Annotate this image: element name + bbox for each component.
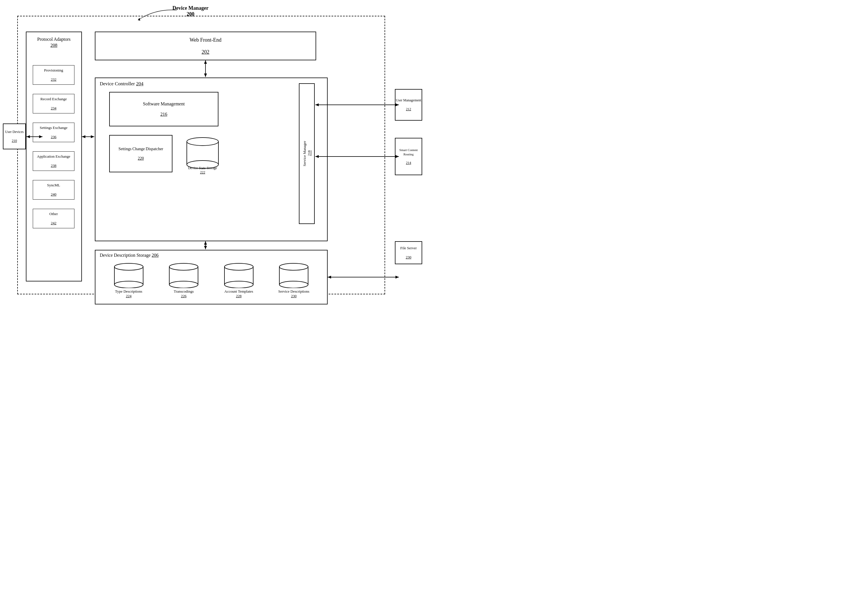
svg-point-2 [187, 138, 219, 145]
other-box: Other 242 [33, 209, 74, 228]
file-server-box: File Server 230 [395, 241, 422, 264]
device-controller-title: Device Controller 204 [96, 78, 327, 89]
service-manager-box: Service Manager 218 [299, 83, 315, 224]
account-templates-svg [223, 262, 255, 288]
service-desc-svg [278, 262, 310, 288]
device-state-cylinder-svg [185, 136, 220, 169]
user-management-box: User Management 212 [395, 89, 422, 121]
svg-point-14 [279, 263, 308, 270]
svg-point-15 [279, 281, 308, 288]
protocol-adaptors-title: Protocol Adaptors 208 [26, 32, 81, 50]
transcodings-svg [168, 262, 199, 288]
service-descriptions-cylinder: Service Descriptions 230 [273, 262, 314, 298]
type-desc-label: Type Descriptions 224 [115, 289, 142, 298]
protocol-adaptors-box: Protocol Adaptors 208 Provisioning 232 R… [26, 32, 82, 282]
user-devices-box: User Devices 210 [3, 124, 26, 149]
device-description-storage-box: Device Description Storage 206 Type Desc… [95, 250, 328, 304]
type-desc-svg [113, 262, 144, 288]
service-manager-number: 218 [307, 150, 311, 156]
type-descriptions-cylinder: Type Descriptions 224 [109, 262, 149, 298]
svg-point-9 [169, 281, 198, 288]
web-frontend-box: Web Front-End 202 [95, 32, 316, 60]
svg-point-6 [114, 281, 143, 288]
svg-point-11 [225, 263, 253, 270]
transcodings-label: Transcodings 226 [174, 289, 194, 298]
cylinders-row: Type Descriptions 224 Transcodings 226 [96, 260, 327, 300]
software-management-box: Software Management 216 [109, 92, 219, 126]
service-desc-label: Service Descriptions 230 [278, 289, 309, 298]
device-state-cylinder: Device State Storage 222 [184, 132, 221, 178]
application-exchange-box: Application Exchange 238 [33, 151, 74, 171]
svg-point-12 [225, 281, 253, 288]
device-desc-title: Device Description Storage 206 [96, 250, 327, 260]
svg-marker-36 [395, 276, 399, 278]
settings-exchange-box: Settings Exchange 236 [33, 123, 74, 142]
account-templates-cylinder: Account Templates 228 [219, 262, 259, 298]
transcodings-cylinder: Transcodings 226 [164, 262, 204, 298]
record-exchange-box: Record Exchange 234 [33, 94, 74, 114]
syncml-box: SyncML 240 [33, 180, 74, 200]
settings-dispatcher-box: Settings Change Dispatcher 220 [109, 135, 172, 172]
account-templates-label: Account Templates 228 [225, 289, 253, 298]
service-manager-label: Service Manager [302, 141, 307, 166]
smart-content-routing-box: Smart Content Routing 214 [395, 138, 422, 175]
svg-point-5 [114, 263, 143, 270]
diagram-container: Device Manager 200 User Devices 210 User… [0, 0, 426, 308]
svg-point-8 [169, 263, 198, 270]
provisioning-box: Provisioning 232 [33, 65, 74, 85]
